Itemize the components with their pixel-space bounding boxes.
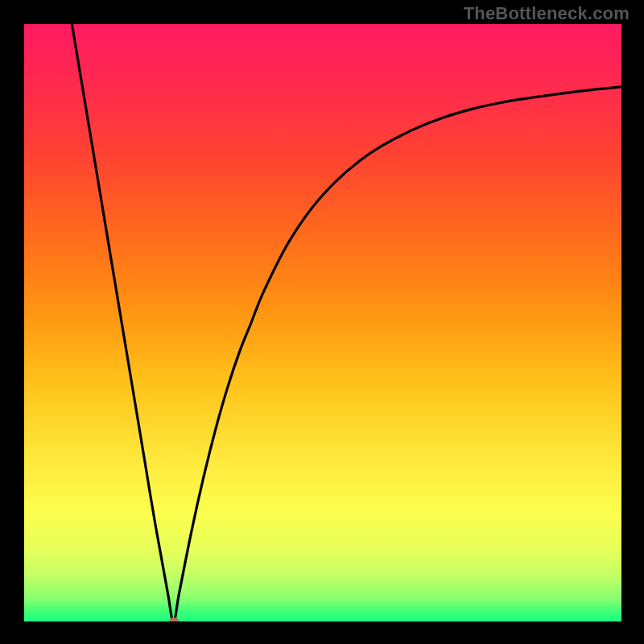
minimum-marker bbox=[169, 617, 179, 621]
chart-frame: TheBottleneck.com bbox=[0, 0, 644, 644]
plot-area bbox=[24, 24, 621, 621]
background-gradient bbox=[24, 24, 621, 621]
watermark-text: TheBottleneck.com bbox=[464, 3, 630, 24]
